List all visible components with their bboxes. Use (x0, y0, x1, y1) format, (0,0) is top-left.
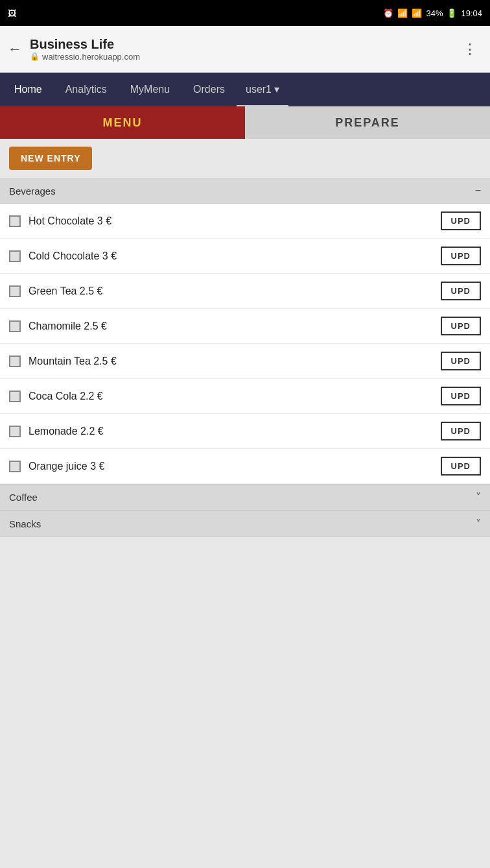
list-item: Mountain Tea 2.5 € UPD (0, 344, 490, 379)
list-item: Chamomile 2.5 € UPD (0, 309, 490, 344)
tab-bar: MENU PREPARE (0, 106, 490, 139)
nav-item-home[interactable]: Home (3, 73, 54, 106)
item-label: Hot Chocolate 3 € (29, 215, 441, 227)
nav-item-mymenu[interactable]: MyMenu (119, 73, 181, 106)
item-label: Mountain Tea 2.5 € (29, 356, 441, 367)
battery-percent: 34% (426, 8, 443, 18)
category-name-beverages: Beverages (9, 186, 56, 197)
list-item: Coca Cola 2.2 € UPD (0, 379, 490, 414)
item-checkbox[interactable] (9, 391, 21, 402)
list-item: Orange juice 3 € UPD (0, 449, 490, 484)
category-header-coffee[interactable]: Coffee ˅ (0, 484, 490, 511)
item-label: Lemonade 2.2 € (29, 426, 441, 437)
category-name-coffee: Coffee (9, 492, 38, 503)
item-checkbox[interactable] (9, 426, 21, 437)
browser-bar: ← Business Life 🔒 waitressio.herokuapp.c… (0, 26, 490, 73)
tab-menu[interactable]: MENU (0, 106, 245, 139)
upd-button[interactable]: UPD (441, 211, 481, 230)
category-header-snacks[interactable]: Snacks ˅ (0, 511, 490, 537)
item-checkbox[interactable] (9, 285, 21, 297)
item-checkbox[interactable] (9, 320, 21, 332)
lock-icon: 🔒 (30, 52, 40, 61)
item-label: Orange juice 3 € (29, 461, 441, 472)
browser-info: Business Life 🔒 waitressio.herokuapp.com (30, 37, 458, 62)
upd-button[interactable]: UPD (441, 352, 481, 370)
upd-button[interactable]: UPD (441, 282, 481, 300)
item-label: Green Tea 2.5 € (29, 285, 441, 297)
status-bar: 🖼 ⏰ 📶 📶 34% 🔋 19:04 (0, 0, 490, 26)
chevron-down-icon: ˅ (476, 491, 481, 503)
nav-item-orders[interactable]: Orders (181, 73, 237, 106)
beverages-items: Hot Chocolate 3 € UPD Cold Chocolate 3 €… (0, 204, 490, 484)
browser-url: 🔒 waitressio.herokuapp.com (30, 52, 458, 62)
page-title: Business Life (30, 37, 458, 52)
more-options-button[interactable]: ⋮ (458, 36, 482, 63)
nav-item-analytics[interactable]: Analytics (54, 73, 119, 106)
category-header-beverages[interactable]: Beverages − (0, 178, 490, 204)
item-checkbox[interactable] (9, 356, 21, 367)
back-button[interactable]: ← (8, 41, 22, 58)
empty-bottom-area (0, 545, 490, 868)
status-icon-photo: 🖼 (8, 8, 16, 18)
upd-button[interactable]: UPD (441, 422, 481, 440)
list-item: Cold Chocolate 3 € UPD (0, 239, 490, 274)
item-label: Chamomile 2.5 € (29, 320, 441, 332)
nav-bar: Home Analytics MyMenu Orders user1 ▾ (0, 73, 490, 106)
list-item: Hot Chocolate 3 € UPD (0, 204, 490, 239)
chevron-up-icon: − (475, 185, 481, 197)
upd-button[interactable]: UPD (441, 457, 481, 476)
tab-prepare[interactable]: PREPARE (245, 106, 490, 139)
item-checkbox[interactable] (9, 215, 21, 227)
nav-item-user[interactable]: user1 ▾ (237, 73, 288, 106)
status-icon-battery: 🔋 (447, 8, 457, 18)
upd-button[interactable]: UPD (441, 317, 481, 335)
status-icon-wifi: 📶 (397, 8, 408, 18)
content-area: NEW ENTRY Beverages − Hot Chocolate 3 € … (0, 139, 490, 545)
new-entry-button[interactable]: NEW ENTRY (9, 147, 92, 170)
category-beverages: Beverages − Hot Chocolate 3 € UPD Cold C… (0, 178, 490, 484)
item-label: Cold Chocolate 3 € (29, 250, 441, 262)
status-icon-alarm: ⏰ (383, 8, 393, 18)
upd-button[interactable]: UPD (441, 387, 481, 405)
upd-button[interactable]: UPD (441, 247, 481, 265)
item-checkbox[interactable] (9, 250, 21, 262)
time-display: 19:04 (461, 8, 482, 18)
url-text: waitressio.herokuapp.com (42, 52, 140, 62)
chevron-down-icon: ˅ (476, 518, 481, 530)
item-label: Coca Cola 2.2 € (29, 391, 441, 402)
list-item: Lemonade 2.2 € UPD (0, 414, 490, 449)
category-name-snacks: Snacks (9, 518, 41, 529)
list-item: Green Tea 2.5 € UPD (0, 274, 490, 309)
item-checkbox[interactable] (9, 461, 21, 472)
status-icon-signal: 📶 (412, 8, 422, 18)
